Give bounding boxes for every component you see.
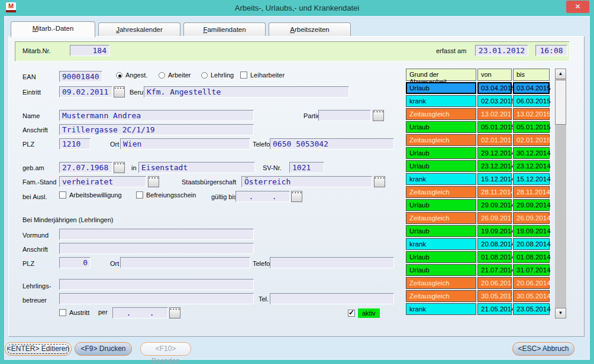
lookup-button[interactable]: ···· xyxy=(148,176,159,187)
scrollbar-down-button[interactable]: ▼ xyxy=(555,308,566,318)
absence-from-cell[interactable]: 05.01.2015 xyxy=(477,121,512,133)
telefon-field[interactable]: 0650 5053042 xyxy=(270,138,394,150)
tab-mitarb-daten[interactable]: Mitarb.-Daten xyxy=(11,21,95,37)
vormund-plz-field[interactable]: 0 xyxy=(59,257,91,268)
tab-jahreskalender[interactable]: Jahreskalender xyxy=(98,22,180,37)
eintritt-field[interactable]: 09.02.2011 xyxy=(59,86,112,98)
radio-lehrling[interactable]: Lehrling xyxy=(201,72,234,79)
scrollbar-up-button[interactable]: ▲ xyxy=(555,69,566,79)
absence-from-cell[interactable]: 29.09.2014 xyxy=(477,199,512,211)
scrollbar-thumb[interactable] xyxy=(555,80,566,125)
esc-abort-button[interactable]: <ESC> Abbruch xyxy=(512,342,574,356)
beruf-field[interactable]: Kfm. Angestellte xyxy=(144,86,349,98)
absence-from-cell[interactable]: 01.08.2014 xyxy=(477,251,512,263)
tab-familiendaten[interactable]: Familiendaten xyxy=(183,22,266,37)
betreuer-field-2[interactable] xyxy=(59,293,254,304)
absence-to-cell[interactable]: 06.03.2015 xyxy=(513,95,550,107)
absence-reason-cell[interactable]: Zeitausgleich xyxy=(406,134,476,146)
mitarb-nr-field[interactable]: 184 xyxy=(70,45,109,56)
ean-field[interactable]: 90001840 xyxy=(59,71,102,82)
date-picker-button[interactable]: ···· xyxy=(114,162,125,173)
absence-from-cell[interactable]: 29.12.2014 xyxy=(477,147,512,159)
absence-scrollbar[interactable]: ▲ ▼ xyxy=(555,69,566,318)
absence-from-cell[interactable]: 02.01.2015 xyxy=(477,134,512,146)
betreuer-tel-field[interactable] xyxy=(270,293,394,304)
absence-from-cell[interactable]: 19.09.2014 xyxy=(477,225,512,237)
absence-reason-cell[interactable]: Urlaub xyxy=(406,147,476,159)
absence-to-cell[interactable]: 19.09.2014 xyxy=(513,225,550,237)
date-picker-button[interactable]: ···· xyxy=(169,307,180,318)
checkbox-arbeitsbewilligung[interactable]: Arbeitsbewilligung xyxy=(59,191,122,199)
absence-to-cell[interactable]: 28.11.2014 xyxy=(513,186,550,198)
absence-reason-cell[interactable]: Urlaub xyxy=(406,82,476,94)
absence-from-cell[interactable]: 28.11.2014 xyxy=(477,186,512,198)
absence-reason-cell[interactable]: Urlaub xyxy=(406,225,476,237)
absence-to-cell[interactable]: 05.01.2015 xyxy=(513,121,550,133)
absence-reason-cell[interactable]: Urlaub xyxy=(406,251,476,263)
absence-from-cell[interactable]: 23.12.2014 xyxy=(477,160,512,172)
absence-to-cell[interactable]: 23.05.2014 xyxy=(513,303,550,315)
absence-reason-cell[interactable]: Urlaub xyxy=(406,160,476,172)
vormund-telefon-field[interactable] xyxy=(270,257,394,268)
absence-to-cell[interactable]: 20.08.2014 xyxy=(513,238,550,250)
checkbox-aktiv[interactable] xyxy=(348,310,355,317)
absence-reason-cell[interactable]: Zeitausgleich xyxy=(406,108,476,120)
austritt-date-field[interactable]: . . xyxy=(112,307,168,318)
staatsbuergerschaft-field[interactable]: Österreich xyxy=(241,176,372,187)
checkbox-befreiungsschein[interactable]: Befreiungsschein xyxy=(136,191,196,199)
radio-arbeiter[interactable]: Arbeiter xyxy=(159,72,191,79)
name-field[interactable]: Mustermann Andrea xyxy=(59,110,254,121)
absence-reason-cell[interactable]: Urlaub xyxy=(406,264,476,276)
gueltig-bis-field[interactable]: . . xyxy=(235,191,290,202)
absence-to-cell[interactable]: 23.12.2014 xyxy=(513,160,550,172)
absence-from-cell[interactable]: 26.09.2014 xyxy=(477,212,512,224)
lookup-button[interactable]: ···· xyxy=(373,110,384,121)
absence-reason-cell[interactable]: Zeitausgleich xyxy=(406,186,476,198)
absence-to-cell[interactable]: 13.02.2015 xyxy=(513,108,550,120)
ort-field[interactable]: Wien xyxy=(120,138,250,150)
date-picker-button[interactable]: ···· xyxy=(114,86,125,98)
tab-arbeitszeiten[interactable]: Arbeitszeiten xyxy=(269,22,351,37)
lookup-button[interactable]: ···· xyxy=(374,176,385,187)
absence-to-cell[interactable]: 30.05.2014 xyxy=(513,290,550,302)
absence-from-cell[interactable]: 21.05.2014 xyxy=(477,303,512,315)
absence-reason-cell[interactable]: krank xyxy=(406,303,476,315)
partie-field[interactable] xyxy=(318,110,371,121)
absence-reason-cell[interactable]: Zeitausgleich xyxy=(406,212,476,224)
vormund-ort-field[interactable] xyxy=(120,257,250,268)
sv-nr-field[interactable]: 1021 xyxy=(289,162,324,173)
absence-reason-cell[interactable]: Urlaub xyxy=(406,121,476,133)
absence-reason-cell[interactable]: Urlaub xyxy=(406,199,476,211)
absence-from-cell[interactable]: 13.02.2015 xyxy=(477,108,512,120)
absence-reason-cell[interactable]: krank xyxy=(406,238,476,250)
enter-edit-button[interactable]: <ENTER> Editieren xyxy=(5,342,72,356)
vormund-anschrift-field[interactable] xyxy=(59,243,254,254)
absence-from-cell[interactable]: 15.12.2014 xyxy=(477,173,512,185)
absence-reason-cell[interactable]: krank xyxy=(406,95,476,107)
absence-from-cell[interactable]: 20.08.2014 xyxy=(477,238,512,250)
geb-am-field[interactable]: 27.07.1968 xyxy=(59,162,112,173)
absence-from-cell[interactable]: 30.05.2014 xyxy=(477,290,512,302)
checkbox-austritt[interactable]: Austritt xyxy=(59,309,89,316)
betreuer-field-1[interactable] xyxy=(59,279,254,290)
absence-reason-cell[interactable]: Zeitausgleich xyxy=(406,277,476,289)
f9-print-button[interactable]: <F9> Drucken xyxy=(75,342,132,356)
close-button[interactable]: ✕ xyxy=(566,1,589,13)
absence-reason-cell[interactable]: krank xyxy=(406,173,476,185)
plz-field[interactable]: 1210 xyxy=(59,138,91,150)
checkbox-leiharbeiter[interactable]: Leiharbeiter xyxy=(240,72,285,79)
vormund-field[interactable] xyxy=(59,229,254,240)
absence-reason-cell[interactable]: Zeitausgleich xyxy=(406,290,476,302)
absence-to-cell[interactable]: 03.04.2015 xyxy=(513,82,550,94)
absence-to-cell[interactable]: 31.07.2014 xyxy=(513,264,550,276)
absence-from-cell[interactable]: 21.07.2014 xyxy=(477,264,512,276)
absence-from-cell[interactable]: 20.06.2014 xyxy=(477,277,512,289)
absence-to-cell[interactable]: 20.06.2014 xyxy=(513,277,550,289)
absence-to-cell[interactable]: 26.09.2014 xyxy=(513,212,550,224)
absence-from-cell[interactable]: 02.03.2015 xyxy=(477,95,512,107)
absence-to-cell[interactable]: 01.08.2014 xyxy=(513,251,550,263)
absence-to-cell[interactable]: 29.09.2014 xyxy=(513,199,550,211)
absence-from-cell[interactable]: 03.04.2015 xyxy=(477,82,512,94)
anschrift-field[interactable]: Trillergasse 2C/1/19 xyxy=(59,124,254,135)
absence-to-cell[interactable]: 15.12.2014 xyxy=(513,173,550,185)
